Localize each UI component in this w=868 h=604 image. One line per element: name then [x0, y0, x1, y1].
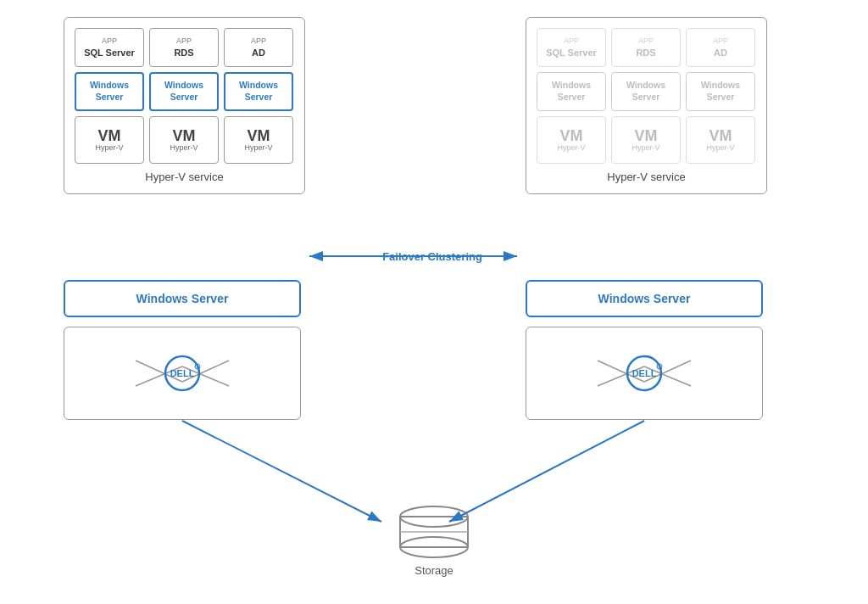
hyperv-left-container: APP SQL Server APP RDS APP AD WindowsSer…	[64, 17, 305, 194]
diagram: APP SQL Server APP RDS APP AD WindowsSer…	[0, 0, 868, 604]
right-ws-2: WindowsServer	[611, 72, 681, 111]
svg-line-26	[182, 421, 381, 522]
left-ws-3: WindowsServer	[224, 72, 293, 111]
dell-server-left: DELL ®	[64, 327, 301, 420]
ws-server-box-left: Windows Server	[64, 280, 301, 317]
left-vm-3: VM Hyper-V	[224, 116, 293, 164]
right-ws-3: WindowsServer	[686, 72, 755, 111]
right-vm-row: VM Hyper-V VM Hyper-V VM Hyper-V	[537, 116, 756, 164]
right-vm-2: VM Hyper-V	[611, 116, 681, 164]
right-ws-row: WindowsServer WindowsServer WindowsServe…	[537, 72, 756, 111]
right-app-rds: APP RDS	[611, 28, 681, 67]
right-ws-1: WindowsServer	[537, 72, 606, 111]
svg-text:®: ®	[197, 366, 199, 370]
right-app-row: APP SQL Server APP RDS APP AD	[537, 28, 756, 67]
storage-container: Storage	[396, 501, 472, 577]
svg-text:®: ®	[659, 366, 661, 370]
right-hyperv-label: Hyper-V service	[537, 171, 756, 183]
failover-area: Failover Clustering	[170, 250, 695, 266]
left-app-rds: APP RDS	[149, 28, 219, 67]
dell-logo-right: DELL ®	[593, 348, 695, 399]
left-vm-2: VM Hyper-V	[149, 116, 219, 164]
right-app-ad: APP AD	[686, 28, 755, 67]
svg-line-27	[449, 421, 644, 522]
storage-cylinder-icon	[396, 501, 472, 561]
ws-server-box-right: Windows Server	[526, 280, 763, 317]
right-vm-3: VM Hyper-V	[686, 116, 755, 164]
hyperv-right-container: APP SQL Server APP RDS APP AD WindowsSer…	[526, 17, 767, 194]
left-app-sql: APP SQL Server	[75, 28, 144, 67]
storage-label: Storage	[415, 564, 453, 577]
left-hyperv-label: Hyper-V service	[75, 171, 294, 183]
left-app-ad: APP AD	[224, 28, 293, 67]
failover-label: Failover Clustering	[382, 250, 482, 263]
left-app-row: APP SQL Server APP RDS APP AD	[75, 28, 294, 67]
left-ws-row: WindowsServer WindowsServer WindowsServe…	[75, 72, 294, 111]
left-vm-1: VM Hyper-V	[75, 116, 144, 164]
dell-server-right: DELL ®	[526, 327, 763, 420]
left-ws-1: WindowsServer	[75, 72, 144, 111]
right-vm-1: VM Hyper-V	[537, 116, 606, 164]
left-ws-2: WindowsServer	[149, 72, 219, 111]
left-vm-row: VM Hyper-V VM Hyper-V VM Hyper-V	[75, 116, 294, 164]
dell-logo-left: DELL ®	[131, 348, 233, 399]
right-app-sql: APP SQL Server	[537, 28, 606, 67]
svg-text:DELL: DELL	[170, 368, 195, 378]
svg-text:DELL: DELL	[632, 368, 657, 378]
